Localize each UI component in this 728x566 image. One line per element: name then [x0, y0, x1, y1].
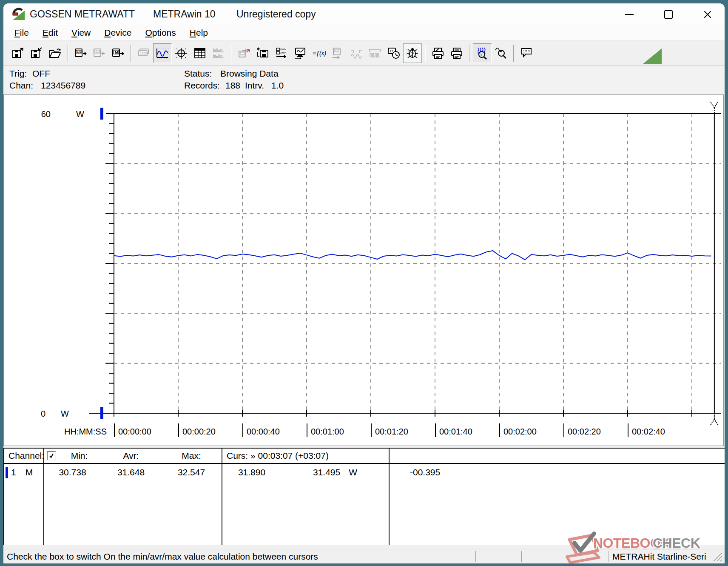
- transfer-device-button[interactable]: [235, 43, 253, 63]
- menu-bar: File Edit View Device Options Help: [3, 25, 725, 41]
- channel-number: 1: [11, 467, 16, 477]
- formula-icon: =ƒ(x): [312, 47, 326, 60]
- maximize-icon: [664, 10, 673, 19]
- minmax-checkbox[interactable]: [47, 451, 56, 460]
- title-bar: GOSSEN METRAWATT METRAwin 10 Unregistere…: [3, 3, 725, 25]
- power-trend-chart[interactable]: 00:00:0000:00:2000:00:4000:01:0000:01:20…: [4, 95, 723, 446]
- zoom-waveform-button[interactable]: [473, 43, 492, 63]
- zoom-curve-button[interactable]: [492, 43, 510, 63]
- transfer-device-icon: [237, 47, 251, 60]
- status-bar-divider: [608, 551, 609, 562]
- annotation-icon: 1/2.3: [520, 47, 533, 60]
- measurement-table: Channel: Min: Avr: Max: Curs: » 00:03:07…: [3, 448, 725, 545]
- histogram-view-button[interactable]: [209, 43, 228, 63]
- save-import-icon: [30, 47, 43, 60]
- menu-view[interactable]: View: [66, 26, 96, 39]
- svg-text:60: 60: [41, 109, 51, 119]
- clock-sync-icon: 12: [387, 47, 401, 60]
- channel-setup-icon: KWhAMP: [275, 47, 288, 60]
- read-memory-button[interactable]: M: [109, 43, 128, 63]
- svg-text:00:00:00: 00:00:00: [118, 427, 151, 436]
- svg-text:W: W: [76, 109, 84, 119]
- interval-label: Intrv.: [245, 80, 264, 91]
- annotation-button[interactable]: 1/2.3: [517, 43, 536, 63]
- trig-value: OFF: [32, 69, 50, 79]
- status-bar: Check the box to switch On the min/avr/m…: [3, 549, 725, 563]
- save-import-button[interactable]: [27, 43, 46, 63]
- channel-setup-button[interactable]: KWhAMP: [272, 43, 291, 63]
- status-bar-divider: [475, 551, 476, 562]
- col-header-delta: [390, 449, 725, 463]
- read-memory-icon: M: [111, 47, 125, 60]
- svg-text:=ƒ(x): =ƒ(x): [313, 50, 326, 57]
- channel-color-marker: [6, 467, 8, 478]
- close-icon: [703, 10, 712, 19]
- chart-panel: 00:00:0000:00:2000:00:4000:01:0000:01:20…: [3, 94, 724, 446]
- svg-text:M: M: [115, 50, 118, 54]
- toolbar-separator: [131, 45, 131, 62]
- print-icon: [450, 47, 464, 60]
- svg-text:00:01:40: 00:01:40: [439, 427, 472, 436]
- save-export-button[interactable]: [9, 43, 27, 63]
- maximize-button[interactable]: [655, 6, 682, 23]
- print-button[interactable]: [447, 43, 466, 63]
- read-device-button[interactable]: 321: [71, 43, 90, 63]
- col-header-avr: Avr:: [101, 449, 161, 463]
- toolbar-separator: [68, 45, 68, 62]
- minimize-icon: [625, 14, 634, 15]
- max-value-cell: 32.547: [161, 464, 222, 545]
- svg-text:00:00:40: 00:00:40: [247, 427, 280, 436]
- check-icon: [49, 453, 54, 458]
- license-status: Unregistered copy: [236, 3, 316, 25]
- svg-text:00:02:20: 00:02:20: [568, 427, 601, 436]
- scope-view-button[interactable]: [172, 43, 191, 63]
- print-preview-icon: [431, 47, 445, 60]
- menu-device[interactable]: Device: [99, 26, 136, 39]
- monitor-view-icon: [293, 47, 307, 60]
- table-view-button[interactable]: [191, 43, 209, 63]
- min-value-cell: 30.738: [44, 464, 101, 545]
- device-config-icon: 321: [331, 47, 344, 60]
- app-window: GOSSEN METRAWATT METRAwin 10 Unregistere…: [3, 3, 725, 563]
- write-device-button[interactable]: 321: [90, 43, 109, 63]
- toolbar-separator: [231, 45, 232, 62]
- open-folder-icon: [48, 47, 62, 60]
- channel-cell: 1 M: [4, 464, 43, 545]
- col-header-cursor: Curs: » 00:03:07 (+03:07): [222, 449, 389, 463]
- toolbar-separator: [469, 45, 470, 62]
- col-header-max: Max:: [161, 449, 222, 463]
- store-device-data-button[interactable]: [253, 43, 272, 63]
- open-folder-button[interactable]: [46, 43, 65, 63]
- chart-view-button[interactable]: [153, 43, 172, 63]
- device-config-button[interactable]: 321: [328, 43, 347, 63]
- menu-file[interactable]: File: [9, 26, 34, 39]
- svg-text:HH:MM:SS: HH:MM:SS: [64, 427, 107, 436]
- debug-beetle-icon: [406, 47, 419, 60]
- write-device-icon: 321: [93, 47, 106, 60]
- analog-signal-button[interactable]: [347, 43, 366, 63]
- close-button[interactable]: [694, 6, 721, 23]
- formula-button[interactable]: =ƒ(x): [310, 43, 328, 63]
- print-preview-button[interactable]: [429, 43, 447, 63]
- menu-help[interactable]: Help: [185, 26, 213, 39]
- menu-edit[interactable]: Edit: [37, 26, 63, 39]
- toolbar-separator: [513, 45, 514, 62]
- debug-beetle-button[interactable]: [403, 43, 422, 63]
- status-label: Status:: [184, 69, 212, 79]
- min-header-label: Min:: [58, 451, 101, 461]
- monitor-view-button[interactable]: [291, 43, 310, 63]
- menu-options[interactable]: Options: [140, 26, 181, 39]
- status-bar-divider: [521, 551, 522, 562]
- minimize-button[interactable]: [616, 6, 643, 23]
- resize-grip-icon[interactable]: [712, 552, 723, 562]
- svg-text:W: W: [61, 409, 69, 418]
- toolbar: 321 321 M 1257 KWhAMP =ƒ(x) 321 12 1/2.3: [3, 41, 725, 66]
- delta-value-cell: -00.395: [390, 464, 725, 545]
- store-device-data-icon: [256, 47, 270, 60]
- numeric-display-button[interactable]: 1257: [134, 43, 153, 63]
- svg-text:1257: 1257: [140, 51, 148, 55]
- numeric-display-icon: 1257: [137, 47, 151, 60]
- acquisition-status-panel: Trig: OFF Chan: 123456789 Status: Browsi…: [3, 66, 725, 94]
- clock-sync-button[interactable]: 12: [384, 43, 403, 63]
- pulse-signal-button[interactable]: [366, 43, 384, 63]
